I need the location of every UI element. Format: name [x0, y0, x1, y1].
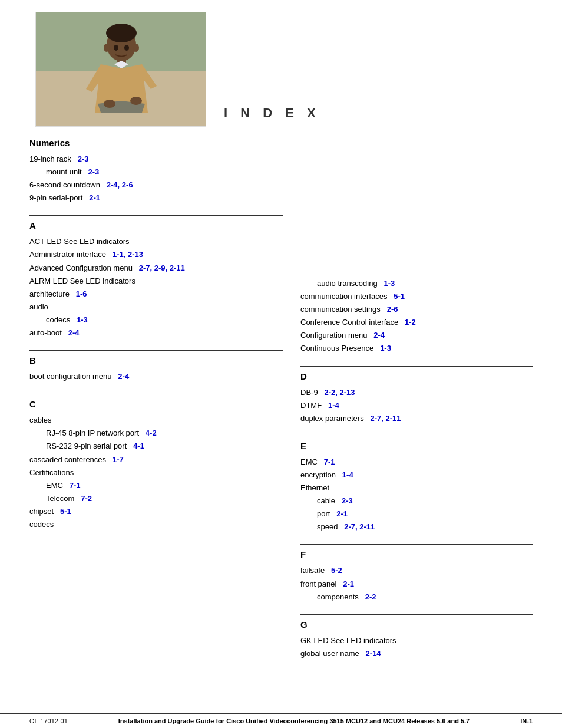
- entry-audio-transcoding: audio transcoding 1-3: [300, 277, 533, 290]
- section-heading-e: E: [300, 441, 533, 451]
- section-heading-g: G: [300, 620, 533, 630]
- section-b: B boot configuration menu 2-4: [29, 350, 283, 383]
- entry-emc-c: EMC 7-1: [29, 479, 283, 492]
- entry-architecture: architecture 1-6: [29, 288, 283, 301]
- index-title: I N D E X: [224, 106, 320, 127]
- section-f: F failsafe 5-2 front panel 2-1 component…: [300, 544, 533, 603]
- svg-point-7: [130, 97, 142, 105]
- section-numerics: Numerics 19-inch rack 2-3 mount unit 2-3…: [29, 133, 283, 205]
- entry-auto-boot: auto-boot 2-4: [29, 327, 283, 340]
- entry-ethernet: Ethernet: [300, 482, 533, 495]
- entry-cables: cables: [29, 414, 283, 427]
- entry-communication-settings: communication settings 2-6: [300, 303, 533, 316]
- footer-center-text: Installation and Upgrade Guide for Cisco…: [68, 717, 520, 724]
- entry-boot-config-menu: boot configuration menu 2-4: [29, 370, 283, 383]
- entry-codecs-a: codecs 1-3: [29, 314, 283, 327]
- entry-communication-interfaces: communication interfaces 5-1: [300, 290, 533, 303]
- right-column: audio transcoding 1-3 communication inte…: [300, 133, 533, 671]
- entry-encryption: encryption 1-4: [300, 469, 533, 482]
- entry-alrm-led: ALRM LED See LED indicators: [29, 275, 283, 288]
- entry-ethernet-cable: cable 2-3: [300, 495, 533, 508]
- entry-certifications: Certifications: [29, 466, 283, 479]
- entry-ethernet-port: port 2-1: [300, 508, 533, 521]
- entry-rj45: RJ-45 8-pin IP network port 4-2: [29, 427, 283, 440]
- entry-chipset: chipset 5-1: [29, 505, 283, 518]
- footer: OL-17012-01 Installation and Upgrade Gui…: [0, 713, 562, 728]
- entry-gk-led: GK LED See LED indicators: [300, 634, 533, 647]
- entry-rs232: RS-232 9-pin serial port 4-1: [29, 440, 283, 453]
- svg-point-11: [133, 44, 139, 52]
- footer-right-text: IN-1: [520, 717, 533, 724]
- entry-dtmf: DTMF 1-4: [300, 399, 533, 412]
- svg-point-10: [104, 44, 110, 52]
- entry-6-second-countdown: 6-second countdown 2-4, 2-6: [29, 179, 283, 192]
- left-column: Numerics 19-inch rack 2-3 mount unit 2-3…: [29, 133, 283, 671]
- entry-front-panel: front panel 2-1: [300, 578, 533, 591]
- header-illustration: [36, 12, 206, 127]
- entry-ethernet-speed: speed 2-7, 2-11: [300, 521, 533, 533]
- page-container: I N D E X Numerics 19-inch rack 2-3 moun…: [0, 0, 562, 728]
- entry-act-led: ACT LED See LED indicators: [29, 235, 283, 248]
- entry-19-inch-rack: 19-inch rack 2-3: [29, 153, 283, 166]
- entry-duplex-parameters: duplex parameters 2-7, 2-11: [300, 412, 533, 425]
- section-d: D DB-9 2-2, 2-13 DTMF 1-4 duplex paramet…: [300, 366, 533, 425]
- header-image: [35, 12, 206, 127]
- content-area: Numerics 19-inch rack 2-3 mount unit 2-3…: [0, 133, 562, 671]
- entry-emc: EMC 7-1: [300, 456, 533, 469]
- section-a: A ACT LED See LED indicators Administrat…: [29, 215, 283, 340]
- footer-left-text: OL-17012-01: [29, 717, 68, 724]
- svg-point-9: [124, 45, 129, 51]
- section-heading-b: B: [29, 355, 283, 365]
- entry-global-user-name: global user name 2-14: [300, 647, 533, 660]
- section-g: G GK LED See LED indicators global user …: [300, 614, 533, 660]
- entry-configuration-menu: Configuration menu 2-4: [300, 329, 533, 342]
- section-c-right: audio transcoding 1-3 communication inte…: [300, 133, 533, 355]
- entry-continuous-presence: Continuous Presence 1-3: [300, 342, 533, 355]
- section-heading-numerics: Numerics: [29, 138, 283, 148]
- section-heading-d: D: [300, 371, 533, 381]
- entry-advanced-config-menu: Advanced Configuration menu 2-7, 2-9, 2-…: [29, 262, 283, 275]
- entry-telecom: Telecom 7-2: [29, 492, 283, 505]
- entry-administrator-interface: Administrator interface 1-1, 2-13: [29, 248, 283, 261]
- entry-cascaded-conferences: cascaded conferences 1-7: [29, 453, 283, 466]
- entry-components: components 2-2: [300, 591, 533, 604]
- header-area: I N D E X: [0, 0, 562, 133]
- svg-point-8: [114, 45, 118, 51]
- entry-conference-control-interface: Conference Control interface 1-2: [300, 316, 533, 329]
- svg-point-4: [106, 24, 137, 42]
- section-e: E EMC 7-1 encryption 1-4 Ethernet cable …: [300, 436, 533, 534]
- section-c: C cables RJ-45 8-pin IP network port 4-2…: [29, 394, 283, 531]
- entry-db9: DB-9 2-2, 2-13: [300, 386, 533, 399]
- section-heading-c: C: [29, 399, 283, 409]
- entry-codecs-c: codecs: [29, 518, 283, 531]
- svg-point-6: [104, 100, 115, 108]
- section-heading-f: F: [300, 549, 533, 559]
- entry-audio: audio: [29, 301, 283, 314]
- entry-9-pin-serial-port: 9-pin serial-port 2-1: [29, 192, 283, 205]
- section-heading-a: A: [29, 220, 283, 230]
- entry-failsafe: failsafe 5-2: [300, 564, 533, 577]
- entry-mount-unit: mount unit 2-3: [29, 166, 283, 179]
